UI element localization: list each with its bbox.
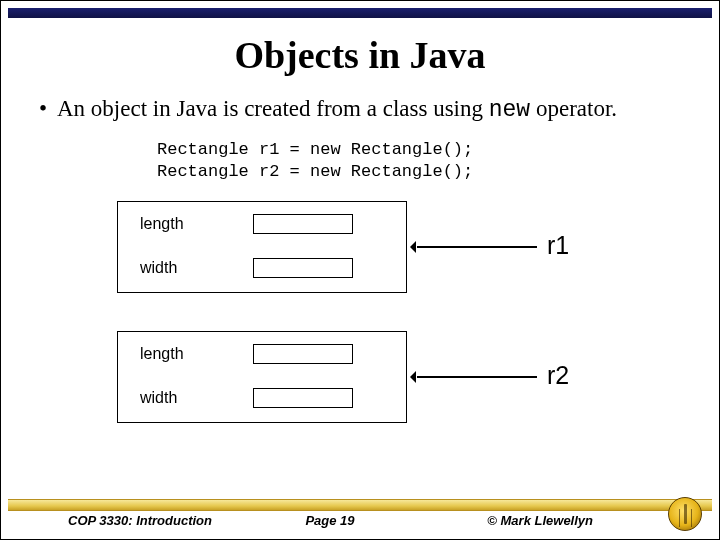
object-box-2: length width bbox=[117, 331, 407, 423]
diagram-area: length width r1 length width bbox=[117, 201, 683, 461]
footer-page-number: 19 bbox=[340, 513, 354, 528]
footer-author: © Mark Llewellyn bbox=[417, 513, 662, 528]
footer-page-prefix: Page bbox=[305, 513, 340, 528]
footer-page: Page 19 bbox=[243, 513, 418, 528]
bullet-dot: • bbox=[37, 95, 57, 124]
bullet-text: An object in Java is created from a clas… bbox=[57, 95, 683, 125]
field-row: width bbox=[118, 376, 406, 420]
slide: Objects in Java • An object in Java is c… bbox=[0, 0, 720, 540]
bullet-item: • An object in Java is created from a cl… bbox=[37, 95, 683, 125]
footer-band bbox=[8, 499, 712, 511]
field-row: length bbox=[118, 332, 406, 376]
pointer-label-r2: r2 bbox=[547, 361, 569, 390]
field-slot bbox=[253, 214, 353, 234]
ucf-logo-icon bbox=[668, 497, 702, 531]
field-row: length bbox=[118, 202, 406, 246]
content-area: • An object in Java is created from a cl… bbox=[1, 95, 719, 461]
pointer-arrow-1 bbox=[417, 246, 537, 248]
pointer-arrow-2 bbox=[417, 376, 537, 378]
bullet-suffix: operator. bbox=[530, 96, 617, 121]
top-band bbox=[8, 8, 712, 18]
field-row: width bbox=[118, 246, 406, 290]
footer-course: COP 3330: Introduction bbox=[68, 513, 243, 528]
bullet-prefix: An object in Java is created from a clas… bbox=[57, 96, 489, 121]
pointer-label-r1: r1 bbox=[547, 231, 569, 260]
object-box-1: length width bbox=[117, 201, 407, 293]
bullet-operator: new bbox=[489, 97, 530, 123]
field-slot bbox=[253, 344, 353, 364]
field-slot bbox=[253, 388, 353, 408]
field-label-width: width bbox=[118, 389, 253, 407]
field-label-length: length bbox=[118, 345, 253, 363]
field-label-length: length bbox=[118, 215, 253, 233]
footer-text: COP 3330: Introduction Page 19 © Mark Ll… bbox=[8, 513, 712, 528]
code-block: Rectangle r1 = new Rectangle(); Rectangl… bbox=[157, 139, 683, 183]
field-slot bbox=[253, 258, 353, 278]
footer: COP 3330: Introduction Page 19 © Mark Ll… bbox=[8, 499, 712, 533]
slide-title: Objects in Java bbox=[1, 33, 719, 77]
field-label-width: width bbox=[118, 259, 253, 277]
